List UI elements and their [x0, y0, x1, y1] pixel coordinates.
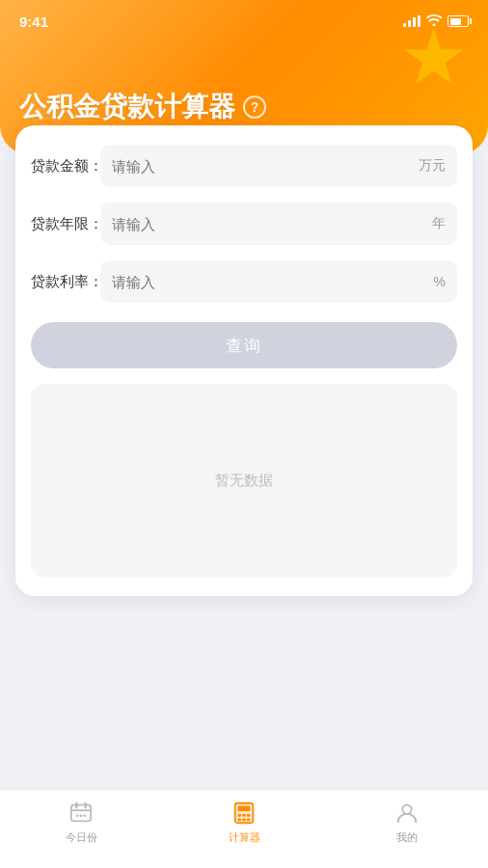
tab-label-calendar: 今日份	[66, 830, 97, 845]
tab-item-calendar[interactable]: 今日份	[0, 800, 163, 845]
svg-rect-14	[242, 819, 246, 822]
loan-rate-unit: %	[434, 274, 446, 289]
status-bar: 9:41	[0, 0, 488, 42]
signal-icon	[403, 15, 420, 27]
loan-rate-label: 贷款利率：	[31, 273, 100, 291]
page-title: 公积金贷款计算器	[19, 89, 235, 125]
loan-amount-label: 贷款金额：	[31, 157, 100, 176]
loan-rate-input-wrapper: %	[100, 260, 457, 303]
svg-rect-12	[247, 814, 251, 817]
help-icon[interactable]: ?	[243, 95, 266, 119]
loan-term-unit: 年	[432, 215, 446, 232]
user-icon	[393, 800, 420, 827]
header-title-area: 公积金贷款计算器 ?	[19, 89, 266, 125]
loan-term-input-wrapper: 年	[100, 203, 457, 245]
loan-amount-row: 贷款金额： 万元	[31, 145, 457, 187]
svg-point-5	[80, 814, 83, 817]
svg-point-4	[76, 814, 79, 817]
svg-rect-13	[238, 819, 242, 822]
wifi-icon	[426, 14, 442, 29]
loan-amount-input[interactable]	[112, 158, 415, 175]
tab-item-calculator[interactable]: 计算器	[163, 800, 326, 845]
loan-rate-input[interactable]	[112, 274, 430, 290]
tab-label-calculator: 计算器	[229, 830, 260, 845]
svg-rect-11	[242, 814, 246, 817]
tab-label-profile: 我的	[396, 830, 418, 845]
svg-rect-9	[238, 806, 251, 812]
svg-point-6	[84, 814, 87, 817]
tab-item-profile[interactable]: 我的	[325, 800, 488, 845]
calendar-icon	[68, 800, 95, 827]
svg-rect-15	[247, 819, 251, 822]
loan-term-row: 贷款年限： 年	[31, 203, 457, 245]
loan-term-label: 贷款年限：	[31, 215, 100, 233]
svg-point-16	[402, 805, 411, 814]
no-data-text: 暂无数据	[215, 472, 273, 490]
status-time: 9:41	[19, 14, 48, 30]
svg-rect-0	[71, 805, 91, 822]
svg-rect-10	[238, 814, 242, 817]
main-card: 贷款金额： 万元 贷款年限： 年 贷款利率： % 查询 暂无数据	[15, 125, 473, 596]
query-button[interactable]: 查询	[31, 322, 457, 368]
tab-bar: 今日份 计算器 我的	[0, 789, 488, 868]
loan-amount-input-wrapper: 万元	[100, 145, 457, 187]
status-icons	[403, 14, 469, 29]
results-area: 暂无数据	[31, 384, 457, 577]
battery-icon	[447, 15, 469, 27]
loan-rate-row: 贷款利率： %	[31, 260, 457, 303]
calculator-icon	[230, 800, 258, 827]
loan-amount-unit: 万元	[419, 157, 446, 175]
loan-term-input[interactable]	[112, 216, 428, 232]
